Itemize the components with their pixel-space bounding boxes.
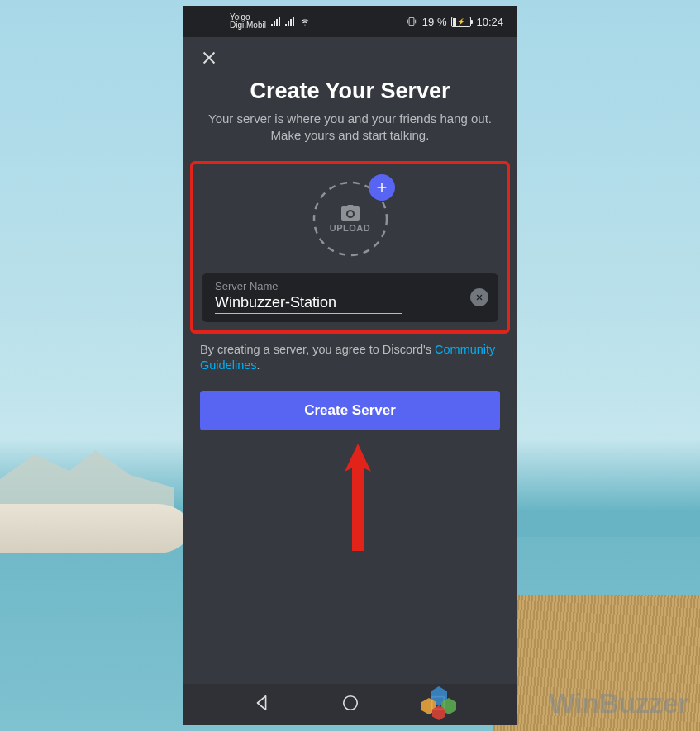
svg-rect-0 (409, 17, 414, 25)
carrier-2: Digi.Mobil (230, 21, 266, 31)
plus-badge-icon (369, 174, 395, 201)
clear-input-icon[interactable] (470, 288, 488, 306)
agreement-text: By creating a server, you agree to Disco… (200, 342, 500, 374)
create-server-button[interactable]: Create Server (200, 391, 500, 430)
status-bar: Yoigo Digi.Mobil 19 % ⚡ 10:24 (183, 6, 517, 37)
annotation-highlight-box: UPLOAD Server Name (190, 161, 510, 334)
watermark-logo-icon (417, 680, 460, 723)
battery-percent: 19 % (422, 16, 447, 28)
server-name-field[interactable]: Server Name (202, 273, 498, 322)
phone-frame: Yoigo Digi.Mobil 19 % ⚡ 10:24 Create You… (183, 6, 517, 725)
nav-home-icon[interactable] (341, 694, 360, 715)
page-subtitle: Your server is where you and your friend… (208, 111, 492, 145)
vibrate-icon (406, 16, 417, 27)
server-name-label: Server Name (215, 280, 464, 292)
watermark-text: WinBuzzer (549, 687, 688, 719)
nav-back-icon[interactable] (253, 694, 271, 715)
wifi-icon (299, 16, 311, 27)
upload-server-icon[interactable]: UPLOAD (312, 181, 388, 257)
page-title: Create Your Server (200, 78, 500, 104)
clock: 10:24 (476, 16, 503, 28)
android-nav-bar (183, 684, 517, 725)
server-name-input[interactable] (215, 292, 402, 314)
battery-icon: ⚡ (451, 17, 471, 27)
svg-point-2 (343, 696, 357, 710)
signal-strength-1-icon (271, 17, 280, 26)
signal-strength-2-icon (285, 17, 294, 26)
annotation-arrow-icon (343, 444, 373, 551)
close-icon[interactable] (200, 49, 500, 67)
